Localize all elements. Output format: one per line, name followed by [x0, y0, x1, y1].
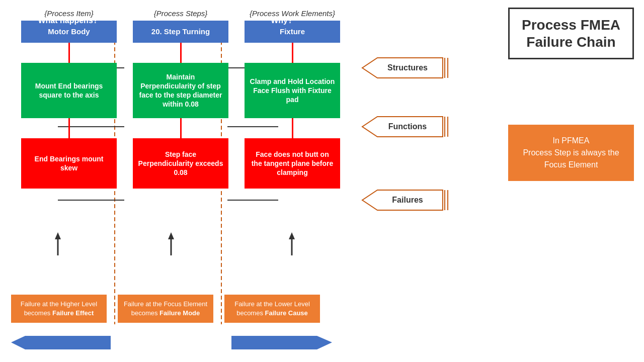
structures-label: Structures — [375, 63, 440, 72]
col1-box2: Mount End bearings square to the axis — [21, 63, 117, 118]
nav-right-label: Why? — [231, 16, 332, 25]
svg-marker-30 — [231, 336, 332, 349]
fail-higher: Failure at the Higher Level becomes Fail… — [11, 295, 107, 323]
col1-box3: End Bearings mount skew — [21, 138, 117, 189]
svg-marker-19 — [289, 232, 295, 239]
svg-marker-15 — [55, 232, 61, 239]
col2-box1: 20. Step Turning — [133, 21, 228, 43]
svg-marker-29 — [11, 336, 111, 349]
nav-left-label: What happens? — [25, 16, 111, 25]
col1: Motor Body Mount End bearings square to … — [19, 21, 119, 189]
failures-label: Failures — [375, 196, 440, 205]
header-col2: {Process Steps} — [130, 9, 231, 18]
failure-desc-row: Failure at the Higher Level becomes Fail… — [11, 295, 320, 323]
col2: 20. Step Turning Maintain Perpendiculari… — [130, 21, 231, 189]
fail-lower: Failure at the Lower Level becomes Failu… — [224, 295, 320, 323]
main-container: {Process Item} {Process Steps} {Process … — [0, 0, 644, 362]
col3-box3: Face does not butt on the tangent plane … — [245, 138, 340, 189]
col2-box2: Maintain Perpendicularity of step face t… — [133, 63, 228, 118]
fail-focus: Failure at the Focus Element becomes Fai… — [118, 295, 213, 323]
col3-box2: Clamp and Hold Location Face Flush with … — [245, 63, 340, 118]
svg-marker-17 — [168, 232, 174, 239]
functions-label: Functions — [375, 122, 440, 131]
columns-area: Motor Body Mount End bearings square to … — [8, 21, 636, 189]
col2-box3: Step face Perpendicularity exceeds 0.08 — [133, 138, 228, 189]
col3: Fixture Clamp and Hold Location Face Flu… — [242, 21, 343, 189]
